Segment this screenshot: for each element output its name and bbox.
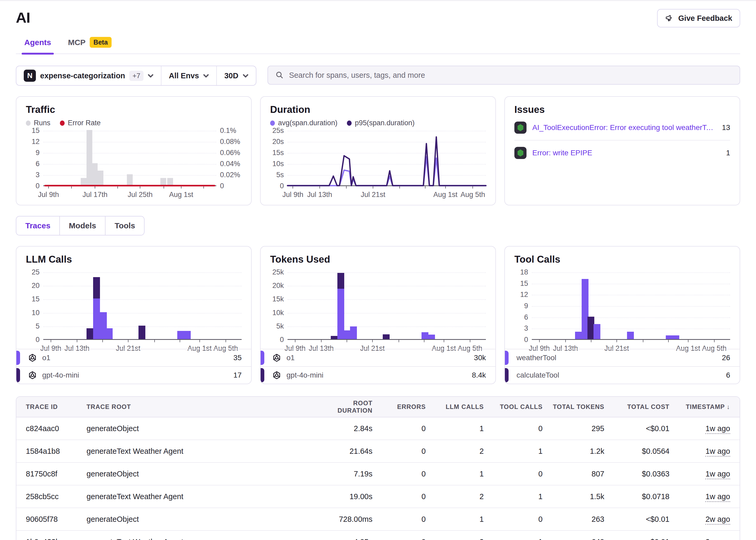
- tool-calls-cell: 1: [484, 492, 542, 501]
- tab-traces[interactable]: Traces: [16, 216, 60, 235]
- root-duration-cell: 4.95s: [320, 538, 373, 540]
- tab-mcp-label: MCP: [68, 38, 86, 47]
- series-value: 17: [233, 371, 241, 379]
- series-name: o1: [286, 353, 469, 362]
- column-header-errors[interactable]: ERRORS: [373, 403, 426, 411]
- chart-bar: [627, 332, 634, 339]
- error-rate-line: [44, 185, 215, 187]
- tab-agents[interactable]: Agents: [24, 37, 51, 54]
- table-row: 81750c8fgenerateObject7.19s010807$0.0363…: [16, 463, 740, 485]
- trace-root: generateText Weather Agent: [86, 538, 320, 540]
- trace-id-link[interactable]: 90605f78: [26, 515, 86, 524]
- total-cost-cell: <$0.01: [604, 424, 670, 433]
- chart-bar: [86, 328, 93, 339]
- gridline: [532, 329, 730, 329]
- series-value: 30k: [474, 353, 486, 362]
- column-header-total-cost[interactable]: TOTAL COST: [604, 403, 670, 411]
- tab-mcp[interactable]: MCP Beta: [68, 37, 111, 54]
- issue-link[interactable]: Error: write EPIPE: [532, 149, 720, 157]
- y-tick-label: 10k: [272, 309, 284, 317]
- chart-bar: [673, 336, 679, 339]
- column-header-llm-calls[interactable]: LLM CALLS: [426, 403, 484, 411]
- y-tick-label: 0: [280, 336, 284, 344]
- hexagon-gem-icon: [518, 124, 523, 131]
- env-select[interactable]: All Envs: [161, 66, 217, 85]
- table-row: 258cb5ccgenerateText Weather Agent19.00s…: [16, 485, 740, 508]
- timestamp-value[interactable]: 1w ago: [705, 424, 730, 434]
- traffic-chart: 15129630Jul 9thJul 17thJul 25thAug 1st0.…: [26, 131, 241, 186]
- x-tick-mark: [539, 339, 540, 342]
- give-feedback-button[interactable]: Give Feedback: [657, 9, 740, 27]
- legend-p95-duration: p95(span.duration): [347, 119, 415, 127]
- y-axis-labels: 25s20s15s10s5s0: [270, 131, 287, 186]
- timestamp-cell: 1w ago: [670, 447, 730, 456]
- tab-models[interactable]: Models: [60, 216, 105, 235]
- trace-id-link[interactable]: 81750c8f: [26, 470, 86, 478]
- trace-id-link[interactable]: 1b9a433b: [26, 538, 86, 540]
- tool-calls-title: Tool Calls: [515, 254, 730, 265]
- y-tick-label: 20: [32, 282, 40, 290]
- traffic-legend: Runs Error Rate: [26, 119, 241, 127]
- x-tick-mark: [226, 339, 226, 342]
- trace-root: generateObject: [86, 515, 320, 524]
- y-tick-label: 0: [280, 182, 284, 190]
- chevron-down-icon: [148, 74, 154, 77]
- issue-link[interactable]: AI_ToolExecutionError: Error executing t…: [532, 123, 716, 132]
- gridline: [287, 313, 486, 314]
- project-name: expense-categorization: [40, 71, 125, 80]
- timestamp-cell: 1w ago: [670, 470, 730, 478]
- table-row: c824aac0generateObject2.84s010295<$0.011…: [16, 417, 740, 440]
- x-tick-mark: [154, 339, 155, 342]
- chart-bar: [160, 178, 166, 185]
- timestamp-value[interactable]: 2w ago: [705, 515, 730, 525]
- traffic-title: Traffic: [26, 104, 241, 115]
- tool-calls-cell: 0: [484, 424, 542, 433]
- trace-id-link[interactable]: 1584a1b8: [26, 447, 86, 456]
- duration-legend: avg(span.duration) p95(span.duration): [270, 119, 486, 127]
- timestamp-value[interactable]: 2w ago: [705, 538, 730, 540]
- column-header-trace-id[interactable]: TRACE ID: [26, 403, 86, 411]
- gridline: [43, 164, 216, 165]
- x-tick-label: Jul 13th: [307, 191, 332, 199]
- root-duration-cell: 728.00ms: [320, 515, 373, 524]
- chart-bar: [81, 178, 86, 185]
- date-range-select[interactable]: 30D: [217, 66, 256, 85]
- total-cost-cell: <$0.01: [604, 515, 670, 524]
- search-input[interactable]: [289, 71, 732, 79]
- openai-icon: [28, 353, 37, 362]
- gridline: [287, 286, 486, 286]
- overview-cards: Traffic Runs Error Rate 15129630Jul 9thJ…: [16, 96, 740, 205]
- column-header-trace-root[interactable]: TRACE ROOT: [86, 403, 320, 411]
- trace-id-link[interactable]: 258cb5cc: [26, 492, 86, 501]
- column-header-tool-calls[interactable]: TOOL CALLS: [484, 403, 542, 411]
- errors-cell: 0: [373, 447, 426, 456]
- tab-tools[interactable]: Tools: [105, 216, 144, 235]
- llm-calls-cell: 2: [426, 538, 484, 540]
- timestamp-value[interactable]: 1w ago: [705, 447, 730, 457]
- chart-bar: [666, 336, 673, 339]
- chart-bar: [337, 273, 344, 289]
- chart-bar: [421, 332, 428, 339]
- tokens-used-title: Tokens Used: [270, 254, 486, 265]
- x-tick-mark: [444, 339, 444, 342]
- search-bar[interactable]: [267, 66, 740, 85]
- timestamp-value[interactable]: 1w ago: [705, 470, 730, 479]
- errors-cell: 0: [373, 424, 426, 433]
- gridline: [43, 299, 241, 300]
- x-tick-mark: [398, 339, 399, 342]
- column-header-total-tokens[interactable]: TOTAL TOKENS: [542, 403, 604, 411]
- column-header-timestamp[interactable]: TIMESTAMP ↓: [670, 403, 730, 411]
- x-tick-label: Jul 17th: [82, 191, 108, 199]
- errors-cell: 0: [373, 492, 426, 501]
- column-header-root-duration[interactable]: ROOT DURATION: [320, 399, 373, 414]
- llm-calls-card: LLM Calls 2520151050Jul 9thJul 13thJul 2…: [16, 246, 252, 384]
- llm-calls-cell: 1: [426, 515, 484, 524]
- gridline: [532, 318, 730, 318]
- trace-id-link[interactable]: c824aac0: [26, 424, 86, 433]
- timestamp-value[interactable]: 1w ago: [705, 492, 730, 502]
- errors-cell: 0: [373, 538, 426, 540]
- y-axis-labels: 2520151050: [26, 272, 43, 340]
- project-select[interactable]: N expense-categorization +7: [16, 66, 161, 85]
- y-tick-label: 10: [32, 309, 40, 317]
- issues-list: AI_ToolExecutionError: Error executing t…: [515, 115, 730, 165]
